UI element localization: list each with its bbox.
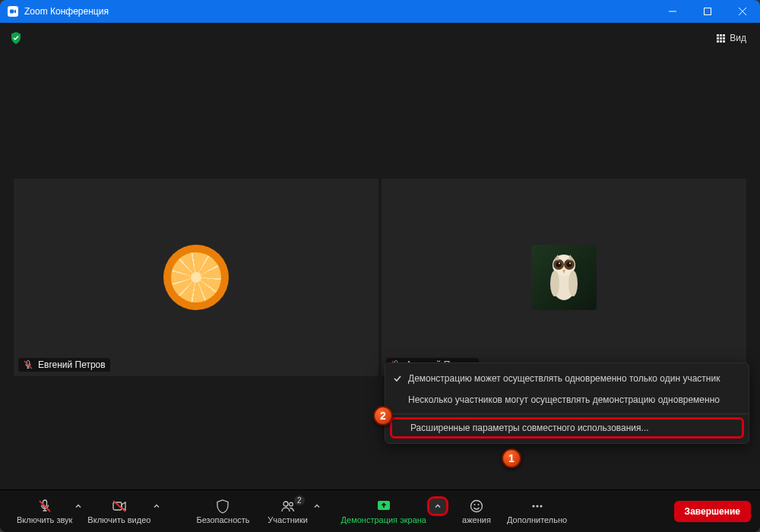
svg-point-13 — [569, 263, 571, 264]
close-button[interactable] — [725, 0, 760, 23]
security-button[interactable]: Безопасность — [188, 496, 257, 527]
meeting-toolbar: Включить звук Включить видео Безопасност… — [0, 489, 760, 532]
maximize-button[interactable] — [690, 0, 725, 23]
annotation-callout-2: 2 — [373, 406, 393, 426]
window-titlebar: Zoom Конференция — [0, 0, 760, 23]
shield-icon — [215, 499, 230, 514]
svg-point-20 — [283, 502, 288, 506]
avatar — [163, 245, 229, 310]
mic-muted-icon — [37, 499, 52, 514]
people-icon — [280, 499, 296, 514]
audio-button[interactable]: Включить звук — [9, 496, 80, 527]
share-screen-icon — [376, 499, 391, 514]
participant-name: Евгений Петров — [38, 359, 106, 370]
share-option-one-only[interactable]: Демонстрацию может осуществлять одноврем… — [385, 368, 749, 389]
svg-point-15 — [568, 271, 578, 296]
svg-point-26 — [532, 505, 534, 507]
minimize-button[interactable] — [655, 0, 690, 23]
svg-point-25 — [477, 504, 479, 505]
participants-button[interactable]: Участники 2 — [258, 496, 318, 527]
svg-point-10 — [556, 262, 562, 268]
participant-tile[interactable]: Евгений Петров — [14, 179, 378, 376]
reactions-button[interactable]: ажения — [454, 496, 499, 527]
svg-point-24 — [473, 504, 475, 505]
view-mode-button[interactable]: Вид — [712, 30, 751, 46]
grid-icon — [717, 34, 725, 43]
share-advanced-options[interactable]: Расширенные параметры совместного исполь… — [390, 417, 744, 439]
meeting-area: Вид Евгений Петров — [0, 23, 760, 489]
svg-point-27 — [536, 505, 538, 507]
chevron-up-icon — [434, 502, 442, 510]
svg-point-23 — [470, 500, 482, 511]
smile-icon — [469, 499, 484, 514]
encryption-shield-icon[interactable] — [9, 31, 23, 45]
menu-separator — [385, 413, 749, 414]
svg-point-12 — [559, 263, 560, 264]
participants-count-badge: 2 — [294, 496, 305, 505]
share-screen-button[interactable]: Демонстрация экрана — [334, 496, 434, 527]
svg-point-11 — [567, 262, 572, 268]
share-options-menu: Демонстрацию может осуществлять одноврем… — [385, 363, 749, 444]
svg-rect-2 — [705, 8, 711, 15]
end-meeting-button[interactable]: Завершение — [674, 501, 751, 522]
svg-rect-0 — [10, 10, 14, 14]
svg-point-21 — [289, 502, 293, 506]
video-off-icon — [112, 499, 127, 514]
more-horizontal-icon — [530, 499, 545, 514]
share-option-multiple[interactable]: Несколько участников могут осуществлять … — [385, 389, 749, 410]
more-button[interactable]: Дополнительно — [499, 496, 575, 527]
chevron-up-icon[interactable] — [154, 503, 160, 509]
annotation-callout-1: 1 — [502, 448, 521, 468]
mic-muted-icon — [23, 359, 33, 370]
svg-point-28 — [540, 505, 542, 507]
chevron-up-icon[interactable] — [314, 503, 320, 509]
view-label: Вид — [730, 33, 746, 43]
share-screen-options-button[interactable] — [429, 499, 446, 514]
svg-point-14 — [550, 271, 559, 296]
avatar — [531, 245, 597, 310]
participant-tile[interactable]: Алексей Петров — [382, 179, 746, 376]
zoom-app-icon — [8, 6, 18, 17]
window-title: Zoom Конференция — [24, 6, 109, 17]
video-button[interactable]: Включить видео — [80, 496, 158, 527]
check-icon — [393, 374, 402, 383]
